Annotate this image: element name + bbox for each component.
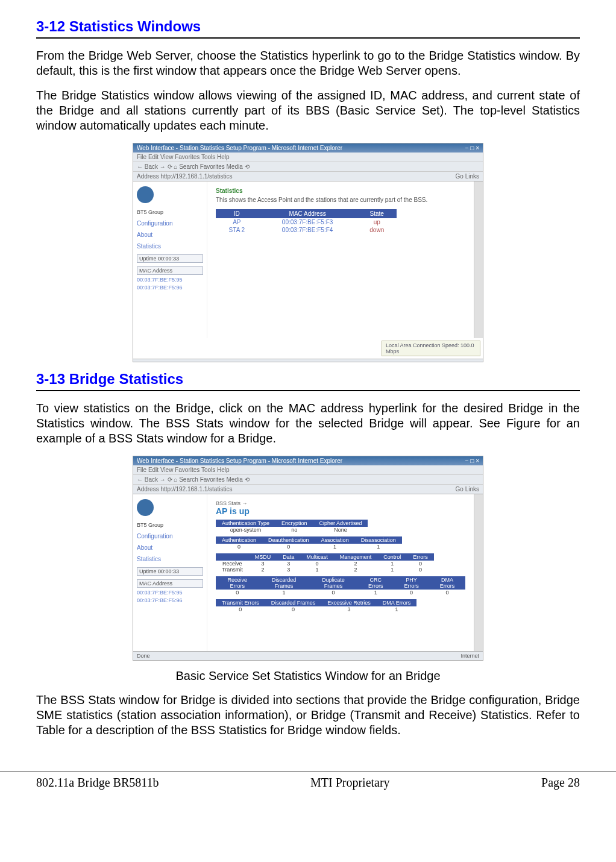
sidebar-mac-2[interactable]: 00:03:7F:BE:F5:96 <box>137 597 203 603</box>
th: Transmit Errors <box>216 599 265 606</box>
cell: 2 <box>334 561 378 567</box>
cell: 1 <box>357 590 394 596</box>
sidebar-link-configuration[interactable]: Configuration <box>137 220 203 227</box>
sidebar-mac-1[interactable]: 00:03:7F:BE:F5:95 <box>137 590 203 596</box>
cell: 0 <box>216 590 259 596</box>
cell: 0 <box>407 567 434 573</box>
logo-icon <box>137 186 154 203</box>
table-row: open-system no None <box>216 527 368 533</box>
th: Encryption <box>275 520 313 527</box>
address-label: Address <box>137 486 159 492</box>
sidebar-mac-head: MAC Address <box>137 266 203 275</box>
stats-table: ID MAC Address State AP 00:03:7F:BE:F5:F… <box>216 209 397 234</box>
screenshot-statistics-window: Web Interface - Station Statistics Setup… <box>133 143 483 362</box>
section-3-12-para-1: From the Bridge Web Server, choose the S… <box>36 48 580 78</box>
cell: Transmit <box>216 567 249 573</box>
th: Control <box>377 553 407 561</box>
th: Authentication <box>216 536 262 544</box>
page-footer: 802.11a Bridge BR5811b MTI Proprietary P… <box>0 772 616 802</box>
cell-state: up <box>357 218 397 226</box>
table-row: Transmit 2 3 1 2 1 0 <box>216 567 434 573</box>
section-3-12-title: 3-12 Statistics Windows <box>36 18 580 35</box>
sidebar-link-about[interactable]: About <box>137 544 203 551</box>
cell: 3 <box>249 561 277 567</box>
sidebar-link-statistics[interactable]: Statistics <box>137 243 203 250</box>
cell-state: down <box>357 226 397 234</box>
browser-title: Web Interface - Station Statistics Setup… <box>137 458 342 464</box>
cell-mac[interactable]: 00:03:7F:BE:F5:F4 <box>258 226 357 234</box>
cell: 1 <box>259 590 309 596</box>
rule <box>36 390 580 391</box>
th: Deauthentication <box>262 536 315 544</box>
go-links: Go Links <box>456 486 479 492</box>
th <box>216 553 249 561</box>
cell: 0 <box>300 561 334 567</box>
scrollbar[interactable] <box>474 181 483 338</box>
th: Receive Errors <box>216 576 259 590</box>
th: Disassociation <box>355 536 402 544</box>
cell: Receive <box>216 561 249 567</box>
cell: 0 <box>216 606 265 612</box>
scrollbar[interactable] <box>474 494 483 651</box>
th-id: ID <box>216 209 258 218</box>
sidebar-link-about[interactable]: About <box>137 231 203 238</box>
address-value: http://192.168.1.1/statistics <box>160 486 232 492</box>
sidebar-mac-1[interactable]: 00:03:7F:BE:F5:95 <box>137 277 203 283</box>
cell: 0 <box>394 590 429 596</box>
section-3-13-title: 3-13 Bridge Statistics <box>36 371 580 388</box>
th: Cipher Advertised <box>313 520 368 527</box>
address-value: http://192.168.1.1/statistics <box>160 173 232 180</box>
cell: 1 <box>315 544 355 550</box>
cell: 2 <box>334 567 378 573</box>
th: PHY Errors <box>394 576 429 590</box>
cell: open-system <box>216 527 275 533</box>
cell: 0 <box>216 544 262 550</box>
section-3-13-para-1: To view statistics on the Bridge, click … <box>36 401 580 446</box>
rule <box>36 37 580 39</box>
go-links: Go Links <box>456 173 479 180</box>
browser-toolbar: ← Back → ⟳ ⌂ Search Favorites Media ⟲ <box>133 475 483 485</box>
section-3-13-para-2: The BSS Stats window for Bridge is divid… <box>36 693 580 738</box>
th-mac: MAC Address <box>258 209 357 218</box>
cell: 1 <box>300 567 334 573</box>
cell: 0 <box>265 606 322 612</box>
table-tx-errors: Transmit Errors Discarded Frames Excessi… <box>216 599 416 612</box>
sidebar-mac-2[interactable]: 00:03:7F:BE:F5:96 <box>137 285 203 291</box>
cell: 0 <box>429 590 465 596</box>
th: Association <box>315 536 355 544</box>
table-rx-tx: MSDU Data Multicast Management Control E… <box>216 553 434 573</box>
window-controls: − □ × <box>465 458 479 464</box>
table-row: AP 00:03:7F:BE:F5:F3 up <box>216 218 397 226</box>
systray-popup: Local Area Connection Speed: 100.0 Mbps <box>382 341 480 356</box>
status-left: Done <box>137 653 150 659</box>
sidebar: BT5 Group Configuration About Statistics… <box>133 494 207 651</box>
screenshot-bss-stats-window: Web Interface - Station Statistics Setup… <box>133 456 483 661</box>
cell: 3 <box>321 606 377 612</box>
browser-toolbar: ← Back → ⟳ ⌂ Search Favorites Media ⟲ <box>133 162 483 172</box>
cell-id: STA 2 <box>216 226 258 234</box>
cell: 0 <box>309 590 358 596</box>
table-row: STA 2 00:03:7F:BE:F5:F4 down <box>216 226 397 234</box>
ap-status: AP is up <box>216 506 465 516</box>
cell: 1 <box>377 606 417 612</box>
th: CRC Errors <box>357 576 394 590</box>
statusbar: Done Internet <box>133 651 483 660</box>
table-row: 0 0 3 1 <box>216 606 416 612</box>
status-right: Internet <box>460 653 479 659</box>
browser-menu: File Edit View Favorites Tools Help <box>133 153 483 162</box>
cell: 1 <box>377 567 407 573</box>
browser-title: Web Interface - Station Statistics Setup… <box>137 145 342 151</box>
cell-mac[interactable]: 00:03:7F:BE:F5:F3 <box>258 218 357 226</box>
th: Multicast <box>300 553 334 561</box>
address-label: Address <box>137 173 159 180</box>
sidebar-link-configuration[interactable]: Configuration <box>137 533 203 540</box>
sidebar-link-statistics[interactable]: Statistics <box>137 556 203 562</box>
th: Discarded Frames <box>259 576 309 590</box>
th: Data <box>277 553 300 561</box>
sidebar: BT5 Group Configuration About Statistics… <box>133 181 207 338</box>
th: DMA Errors <box>429 576 465 590</box>
browser-addressbar: Address http://192.168.1.1/statistics Go… <box>133 172 483 181</box>
table-auth-cipher: Authentication Type Encryption Cipher Ad… <box>216 520 368 533</box>
th: DMA Errors <box>377 599 417 606</box>
table-rx-errors: Receive Errors Discarded Frames Duplicat… <box>216 576 465 596</box>
